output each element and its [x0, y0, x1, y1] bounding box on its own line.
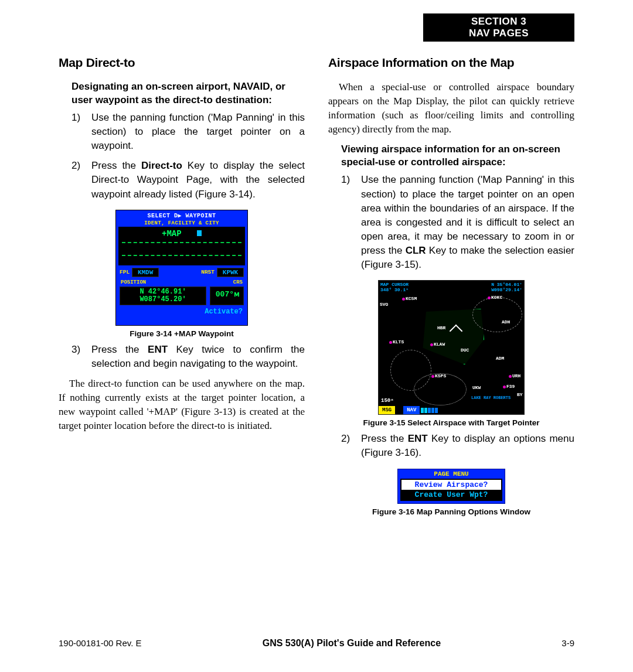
wp-urh: URH	[509, 373, 520, 378]
wp-roberts: LAKE RAY ROBERTS	[471, 395, 511, 400]
figure-3-15: MAP CURSOR 348° 30.1ⁿ N 35°04.01' W098°2…	[328, 280, 574, 427]
left-title: Map Direct-to	[59, 56, 305, 70]
left-step-3: 3) Press the ENT Key twice to confirm th…	[72, 343, 305, 371]
cursor-icon	[197, 230, 202, 236]
step-text: Press the Direct-to Key to display the s…	[91, 159, 305, 201]
step-num: 2)	[341, 432, 361, 460]
wp-svo: SVO	[380, 302, 388, 307]
wp-hbr: HBR	[437, 325, 445, 330]
step-text: Press the ENT Key to display an options …	[361, 432, 574, 460]
page-menu-body: Review Airspace? Create User Wpt?	[400, 479, 502, 501]
g314-fpl-row: FPL KMDW NRST KPWK	[116, 265, 247, 277]
crs-label: CRS	[233, 279, 243, 285]
wp-ksps: KSPS	[431, 373, 446, 378]
footer-title: GNS 530(A) Pilot's Guide and Reference	[263, 638, 441, 649]
t: MAP CURSOR	[380, 282, 409, 287]
t: ENT	[148, 344, 168, 355]
left-step-2: 2) Press the Direct-to Key to display th…	[72, 159, 305, 201]
gps-screen-315: MAP CURSOR 348° 30.1ⁿ N 35°04.01' W098°2…	[378, 280, 525, 415]
section-line2: NAV PAGES	[469, 28, 529, 39]
step-num: 1)	[72, 111, 91, 153]
t: Press the	[361, 433, 408, 444]
g314-body: +MAP	[118, 227, 245, 265]
caption-314: Figure 3-14 +MAP Waypoint	[59, 329, 305, 338]
wp-adm: ADM	[496, 356, 504, 361]
right-title: Airspace Information on the Map	[328, 56, 574, 70]
gps-screen-316: PAGE MENU Review Airspace? Create User W…	[397, 469, 505, 504]
left-steps-cont: 3) Press the ENT Key twice to confirm th…	[72, 343, 305, 371]
g315-bottom: MSG NAV	[379, 406, 524, 414]
pos-label: POSITION	[121, 279, 146, 285]
wp-duc: DUC	[461, 347, 469, 353]
left-subhead: Designating an on-screen airport, NAVAID…	[72, 80, 305, 107]
step-num: 1)	[341, 173, 361, 272]
dash	[122, 238, 241, 243]
right-steps: 1) Use the panning function ('Map Pannin…	[341, 173, 574, 272]
fpl-label: FPL	[120, 269, 130, 275]
direct-to-icon: D▶	[174, 213, 182, 219]
dash	[122, 251, 241, 256]
position-box: N 42°46.91' W087°45.20'	[120, 286, 206, 305]
g314-pos: POSITION CRS N 42°46.91' W087°45.20' 007…	[120, 279, 244, 305]
g315-map-area: KCSM SVO KOKC HBR KLTS KLAW DUC ADH ADM …	[379, 291, 524, 406]
wp-ukw: UKW	[472, 385, 481, 390]
t: N 42°46.91'	[122, 288, 203, 296]
activate-prompt: Activate?	[116, 306, 247, 316]
t: ENT	[408, 433, 428, 444]
page-indicator	[421, 408, 438, 413]
figure-3-16: PAGE MENU Review Airspace? Create User W…	[328, 469, 574, 516]
page-footer: 190-00181-00 Rev. E GNS 530(A) Pilot's G…	[59, 638, 574, 649]
t: WAYPOINT	[182, 213, 216, 219]
wp-adh: ADH	[502, 319, 510, 325]
section-header: SECTION 3 NAV PAGES	[423, 13, 574, 42]
step-text: Press the ENT Key twice to confirm the s…	[91, 343, 305, 371]
right-step-2: 2) Press the ENT Key to display an optio…	[341, 432, 574, 460]
nrst-value: KPWK	[217, 268, 244, 277]
t: W087°45.20'	[122, 296, 203, 303]
step-text: Use the panning function ('Map Panning' …	[361, 173, 574, 272]
left-step-1: 1) Use the panning function ('Map Pannin…	[72, 111, 305, 153]
t: Use the panning function ('Map Panning' …	[361, 174, 574, 256]
wp-klts: KLTS	[389, 339, 404, 344]
page-menu-title: PAGE MENU	[398, 469, 505, 479]
footer-rev: 190-00181-00 Rev. E	[59, 638, 141, 648]
wp-klaw: KLAW	[430, 342, 445, 347]
g314-sub: IDENT, FACILITY & CITY	[116, 220, 247, 227]
left-steps: 1) Use the panning function ('Map Pannin…	[72, 111, 305, 202]
msg-annunciator: MSG	[379, 406, 395, 414]
menu-create-user-wpt: Create User Wpt?	[401, 490, 501, 500]
t: +MAP	[162, 229, 182, 238]
wp-by: BY	[517, 392, 523, 397]
page-body: Map Direct-to Designating an on-screen a…	[59, 56, 574, 521]
section-line1: SECTION 3	[471, 16, 526, 28]
map-scale: 150ⁿ	[381, 398, 394, 404]
t: N 35°04.01'	[491, 282, 522, 287]
g314-title: SELECT D▶ WAYPOINT	[116, 210, 247, 220]
right-subhead: Viewing airspace information for an on-s…	[341, 143, 574, 170]
fpl-value: KMDW	[132, 268, 159, 277]
wp-kokc: KOKC	[488, 295, 502, 300]
nav-tab: NAV	[403, 406, 420, 414]
right-step-1: 1) Use the panning function ('Map Pannin…	[341, 173, 574, 272]
wp-kcsm: KCSM	[402, 296, 417, 301]
t: SELECT	[147, 213, 174, 219]
gps-screen-314: SELECT D▶ WAYPOINT IDENT, FACILITY & CIT…	[115, 210, 248, 326]
right-intro: When a special-use or controlled airspac…	[328, 80, 574, 137]
footer-page: 3-9	[561, 638, 574, 648]
step-num: 2)	[72, 159, 91, 201]
caption-316: Figure 3-16 Map Panning Options Window	[328, 507, 574, 516]
t: Press the	[91, 160, 141, 171]
caption-315: Figure 3-15 Select Airspace with Target …	[328, 418, 574, 427]
step-text: Use the panning function ('Map Panning' …	[91, 111, 305, 153]
left-column: Map Direct-to Designating an on-screen a…	[59, 56, 305, 521]
crs-value: 007°ᴍ	[210, 286, 244, 305]
menu-review-airspace: Review Airspace?	[401, 480, 501, 490]
airspace-circle	[472, 297, 522, 332]
wp-f39: F39	[503, 384, 515, 389]
t: CLR	[406, 245, 426, 256]
g314-map-wp: +MAP	[121, 229, 243, 238]
right-column: Airspace Information on the Map When a s…	[328, 56, 574, 521]
step-num: 3)	[72, 343, 91, 371]
t: Press the	[91, 344, 148, 355]
right-steps-cont: 2) Press the ENT Key to display an optio…	[341, 432, 574, 460]
